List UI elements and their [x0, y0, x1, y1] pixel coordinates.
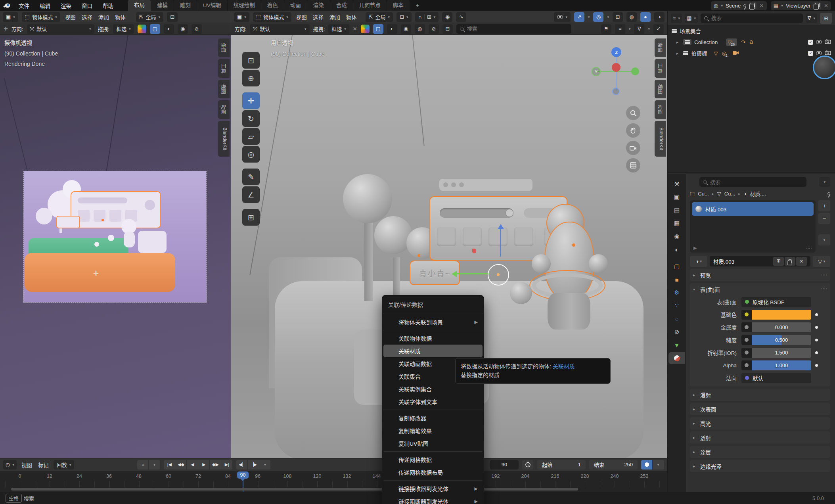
workspace-tab-动画[interactable]: 动画 — [284, 0, 307, 11]
keyframe-dot[interactable] — [811, 351, 822, 354]
menu-select[interactable]: 选择 — [80, 13, 94, 21]
outliner-search-input[interactable] — [711, 15, 799, 21]
fake-user-shield-button[interactable]: ⛨ — [773, 257, 784, 266]
camera-view-canvas[interactable]: 摄像机透视 (90) Collection | Cube Rendering D… — [0, 35, 231, 458]
socket-icon[interactable] — [741, 335, 752, 345]
shading-material-button[interactable]: ◑ — [654, 12, 665, 22]
panel-specular[interactable]: ▸高光 — [690, 417, 830, 429]
workspace-tab-合成[interactable]: 合成 — [330, 0, 353, 11]
sidebar-tab-工具[interactable]: 工具 — [218, 59, 230, 78]
keyframe-dot[interactable] — [811, 313, 822, 316]
socket-icon[interactable] — [741, 348, 752, 358]
play-button[interactable]: ▶ — [198, 460, 210, 470]
timeline-scrollbar[interactable] — [11, 488, 578, 491]
filter-funnel-icon[interactable]: ∇ — [634, 24, 644, 34]
direction-dropdown[interactable]: ⤱默认▾ — [27, 24, 94, 34]
socket-icon[interactable] — [741, 310, 752, 320]
sidebar-tab-动画[interactable]: 动画 — [218, 100, 230, 119]
sidebar-tab-条目[interactable]: 条目 — [218, 38, 230, 57]
pin-icon[interactable] — [743, 4, 746, 7]
properties-tab-collection[interactable]: ▢ — [668, 261, 685, 272]
selectable-checkbox[interactable]: ✓ — [808, 40, 813, 45]
properties-tab-output[interactable]: ▤ — [668, 204, 685, 216]
context-menu-item-13[interactable]: 链接阻断器到发光体▶ — [383, 495, 483, 504]
mode-dropdown[interactable]: ⬚物体模式▾ — [22, 12, 60, 22]
delete-viewlayer-button[interactable]: ✕ — [824, 2, 828, 9]
context-menu-item-9[interactable]: 复制UV贴图 — [383, 437, 483, 450]
list-options-icon[interactable]: ≡ — [615, 24, 625, 34]
gizmo-z-axis[interactable]: Z — [611, 47, 621, 57]
properties-tab-object-data[interactable]: ▼ — [668, 339, 685, 351]
gizmo-y-axis[interactable]: Y — [592, 67, 601, 76]
timeline-ruler[interactable]: 0122436486072849610812013214415616818019… — [0, 471, 667, 492]
outliner-row-scene-collection[interactable]: 场景集合 — [668, 25, 835, 36]
new-scene-button[interactable] — [749, 2, 756, 9]
overlays-toggle[interactable]: ◎ — [593, 12, 603, 22]
sidebar-tab-BlenderKit[interactable]: BlenderKit — [655, 121, 666, 157]
display-mode-dropdown[interactable]: ≡▾ — [671, 13, 682, 23]
context-menu-item-2[interactable]: 关联材质 — [383, 345, 483, 357]
direction-dropdown[interactable]: ⤱默认▾ — [250, 24, 310, 34]
falloff-curve-icon[interactable]: ∿ — [456, 12, 466, 22]
play-reverse-button[interactable]: ◀ — [187, 460, 198, 470]
viewlayer-selector[interactable]: ▦▾ ViewLayer ✕ — [771, 1, 831, 10]
sidebar-tab-动画[interactable]: 动画 — [655, 100, 666, 119]
person-toggle-icon[interactable]: ◉ — [401, 24, 411, 34]
properties-tab-scene[interactable]: ◉ — [668, 230, 685, 242]
socket-icon[interactable] — [741, 322, 752, 332]
panel-subsurface[interactable]: ▸次表面 — [690, 403, 830, 415]
orthographic-grid-button[interactable] — [626, 158, 640, 172]
tool-rotate[interactable]: ↻ — [242, 110, 260, 127]
blenderkit-profile-button[interactable] — [813, 56, 835, 79]
panel-coat[interactable]: ▸涂层 — [690, 446, 830, 458]
workspace-tab-几何节点[interactable]: 几何节点 — [353, 0, 387, 11]
snap-toggle-icon[interactable]: ⊘ — [192, 24, 202, 34]
sidebar-tab-条目[interactable]: 条目 — [655, 38, 666, 57]
resize-grip[interactable]: ∷∷ — [821, 287, 827, 291]
properties-tab-constraints[interactable]: ⊘ — [668, 326, 685, 338]
next-keyframe-button[interactable]: ◆▶ — [210, 460, 221, 470]
context-menu-item-5[interactable]: 关联实例集合 — [383, 383, 483, 395]
use-preview-range-clock-button[interactable] — [522, 460, 534, 470]
menu-object[interactable]: 物体 — [345, 13, 358, 21]
workspace-tab-纹理绘制[interactable]: 纹理绘制 — [228, 0, 261, 11]
node-tree-dropdown[interactable]: ▽▾ — [813, 256, 830, 267]
sidebar-tab-视图[interactable]: 视图 — [218, 80, 230, 98]
close-icon[interactable]: ✕ — [353, 26, 357, 32]
snap-magnet-group[interactable]: ∩⊞▾ — [415, 12, 439, 22]
shading-wireframe-button[interactable]: ◍ — [626, 12, 637, 22]
workspace-tab-UV编辑[interactable]: UV编辑 — [197, 0, 227, 11]
tool-cursor[interactable]: ⊕ — [242, 70, 260, 86]
frame-start-field[interactable]: 起始1 — [537, 460, 586, 470]
properties-tab-modifiers[interactable]: ⚙ — [668, 287, 685, 299]
disable-render-icon[interactable] — [825, 39, 831, 45]
material-name-field[interactable]: 材质.003 ⛨ ✕ — [710, 256, 810, 266]
panel-transmission[interactable]: ▸透射 — [690, 431, 830, 444]
gizmo-y-axis-arrow[interactable] — [453, 273, 490, 274]
editor-type-button[interactable]: ▣▾ — [3, 12, 18, 22]
properties-tab-view-layer[interactable]: ▦ — [668, 217, 685, 229]
add-workspace-button[interactable]: + — [410, 0, 425, 11]
previous-frame-button[interactable]: ◀▏ — [236, 460, 248, 470]
new-viewlayer-button[interactable] — [814, 2, 821, 9]
hide-viewport-icon[interactable] — [816, 40, 822, 44]
duplicate-material-button[interactable] — [785, 257, 795, 266]
remove-slot-button[interactable]: − — [818, 213, 830, 224]
expand-icon[interactable]: ▸ — [676, 40, 680, 44]
tool-measure[interactable]: ∠ — [242, 186, 260, 203]
pin-icon[interactable] — [827, 192, 830, 195]
menu-add[interactable]: 添加 — [328, 13, 341, 21]
context-menu-item-11[interactable]: 传递网格数据布局 — [383, 466, 483, 479]
slot-specials-dropdown[interactable]: ▾ — [818, 234, 830, 245]
topbar-menu-文件[interactable]: 文件 — [13, 2, 34, 10]
filter-funnel-dropdown[interactable]: ∇▾ — [806, 13, 817, 23]
blenderkit-colorful-icon[interactable] — [361, 25, 370, 33]
gizmo-y-neg-axis[interactable] — [631, 67, 639, 75]
orientation-dropdown[interactable]: ⇱全局▾ — [366, 12, 393, 22]
ior-slider[interactable]: 1.500 — [741, 348, 811, 358]
base-color-swatch[interactable] — [752, 310, 811, 320]
menu-add[interactable]: 添加 — [97, 13, 110, 21]
orientation-dropdown[interactable]: ⇱全局▾ — [136, 12, 163, 22]
properties-tab-object[interactable]: ■ — [668, 274, 685, 286]
context-menu-item-0[interactable]: 将物体关联到场景▶ — [383, 316, 483, 328]
